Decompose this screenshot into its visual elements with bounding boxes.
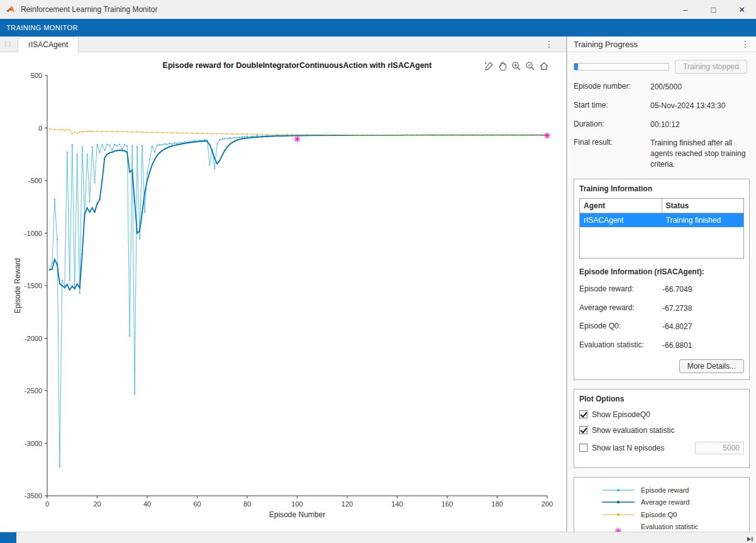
training-progress-panel: Training Progress ⋮ Training stopped Epi… [567, 36, 756, 532]
legend-label: Episode Q0 [641, 510, 677, 519]
start-time-row: Start time: 05-Nov-2024 13:43:30 [574, 101, 750, 111]
legend-item-episode-reward: Episode reward [601, 486, 745, 495]
info-value: 00:10:12 [650, 120, 750, 130]
status-cell: Training finished [662, 213, 743, 227]
info-label: Final result: [574, 138, 650, 169]
checkbox-label: Show EpisodeQ0 [592, 410, 650, 419]
episode-q0-row: Episode Q0: -64.8027 [579, 322, 744, 332]
info-value: -64.8027 [662, 322, 744, 332]
panel-header: Training Progress ⋮ [567, 36, 756, 52]
window-controls: – □ ✕ [671, 0, 756, 19]
tab-label: rISACAgent [28, 40, 68, 49]
training-information-section: Training Information Agent Status rISACA… [574, 179, 750, 380]
bottom-bar [0, 532, 756, 543]
info-value: 05-Nov-2024 13:43:30 [650, 101, 750, 111]
svg-text:80: 80 [243, 500, 251, 508]
legend-item-evaluation-statistic: Evaluation statistic (MeanEpisodeReward) [601, 522, 745, 532]
episode-q0-line-sample [601, 511, 636, 518]
tab-risacagent[interactable]: rISACAgent [18, 36, 79, 52]
svg-text:200: 200 [542, 500, 553, 508]
show-episodeq0-checkbox[interactable] [579, 410, 587, 418]
status-column-header: Status [662, 199, 743, 213]
panel-title: Training Progress [574, 40, 638, 49]
evaluation-statistic-marker-sample [601, 526, 636, 532]
info-label: Episode reward: [579, 284, 662, 295]
collapsed-panel-stub[interactable] [0, 532, 16, 543]
episode-number-row: Episode number: 200/5000 [574, 82, 750, 92]
close-button[interactable]: ✕ [728, 0, 756, 19]
legend-item-average-reward: Average reward [601, 498, 745, 507]
info-label: Episode number: [574, 82, 650, 92]
svg-text:-3500: -3500 [25, 492, 42, 500]
matlab-logo-icon [6, 4, 16, 14]
svg-text:-2000: -2000 [25, 335, 42, 342]
info-label: Average reward: [579, 303, 662, 314]
more-details-button[interactable]: More Details... [679, 359, 744, 373]
show-last-n-episodes-checkbox[interactable] [579, 444, 587, 452]
info-value: Training finished after all agents reach… [650, 138, 746, 169]
progress-bar [574, 63, 669, 70]
plot-options-section: Plot Options Show EpisodeQ0 Show evaluat… [574, 389, 750, 468]
show-evaluation-statistic-checkbox[interactable] [579, 426, 587, 434]
toolstrip-tab-label: TRAINING MONITOR [6, 24, 78, 31]
svg-text:60: 60 [193, 500, 201, 508]
last-n-episodes-input[interactable] [695, 442, 744, 454]
svg-text:140: 140 [391, 500, 403, 508]
episode-reward-row: Episode reward: -66.7049 [579, 284, 744, 295]
plot-region: Episode reward for DoubleIntegratorConti… [0, 52, 566, 532]
checkbox-label: Show last N episodes [592, 444, 664, 452]
info-label: Start time: [574, 101, 650, 111]
y-axis-label: Episode Reward [13, 258, 22, 313]
panel-menu-icon[interactable]: ⋮ [741, 40, 750, 48]
agents-table: Agent Status rISACAgent Training finishe… [579, 198, 744, 259]
info-value: -66.8801 [662, 340, 744, 351]
final-result-row: Final result: Training finished after al… [574, 138, 750, 169]
evaluation-statistic-row: Evaluation statistic: -66.8801 [579, 340, 744, 351]
duration-row: Duration: 00:10:12 [574, 120, 750, 130]
expand-panel-icon[interactable] [746, 534, 753, 543]
section-title: Training Information [579, 184, 744, 193]
maximize-button[interactable]: □ [699, 0, 728, 19]
section-title: Plot Options [579, 395, 744, 403]
svg-text:0: 0 [38, 125, 42, 132]
document-tab-bar: ⋮⋮ rISACAgent ⋮ [0, 36, 566, 52]
info-value: -67.2738 [662, 303, 744, 314]
document-area: ⋮⋮ rISACAgent ⋮ Episode reward for Doubl… [0, 36, 567, 532]
agent-cell: rISACAgent [580, 213, 662, 227]
legend-label: Average reward [641, 498, 689, 507]
svg-text:0: 0 [45, 500, 49, 508]
info-value: 200/5000 [650, 82, 750, 92]
episode-reward-line-sample [601, 486, 636, 494]
reward-chart[interactable]: 0204060801001201401601802005000-500-1000… [0, 52, 567, 532]
average-reward-row: Average reward: -67.2738 [579, 303, 744, 314]
svg-text:180: 180 [491, 500, 503, 508]
progress-fill [574, 64, 578, 70]
x-axis-label: Episode Number [47, 510, 547, 519]
svg-text:-1000: -1000 [25, 230, 42, 237]
show-last-n-episodes-option: Show last N episodes [579, 442, 744, 454]
episode-information-title: Episode Information (rISACAgent): [579, 267, 744, 276]
info-label: Evaluation statistic: [579, 340, 662, 351]
training-stopped-button[interactable]: Training stopped [675, 60, 747, 74]
window-title: Reinforcement Learning Training Monitor [21, 5, 157, 14]
show-evaluation-statistic-option: Show evaluation statistic [579, 426, 744, 435]
minimize-button[interactable]: – [671, 0, 699, 19]
info-value: -66.7049 [662, 284, 744, 295]
info-label: Episode Q0: [579, 322, 662, 332]
svg-text:-3000: -3000 [25, 440, 42, 447]
training-summary: Episode number: 200/5000 Start time: 05-… [574, 82, 750, 170]
svg-text:40: 40 [143, 500, 151, 508]
svg-text:-2500: -2500 [25, 387, 42, 395]
document-menu-icon[interactable]: ⋮ [545, 40, 553, 48]
show-episodeq0-option: Show EpisodeQ0 [579, 410, 744, 419]
agent-row[interactable]: rISACAgent Training finished [580, 213, 743, 227]
agent-column-header: Agent [580, 199, 662, 213]
legend-item-episode-q0: Episode Q0 [601, 510, 745, 519]
toolstrip-header: TRAINING MONITOR [0, 19, 756, 36]
svg-text:20: 20 [93, 500, 101, 508]
progress-row: Training stopped [574, 60, 750, 74]
window-titlebar: Reinforcement Learning Training Monitor … [0, 0, 756, 19]
drag-handle-icon[interactable]: ⋮⋮ [3, 41, 11, 47]
svg-text:500: 500 [31, 72, 42, 79]
legend-label: Episode reward [641, 486, 689, 495]
